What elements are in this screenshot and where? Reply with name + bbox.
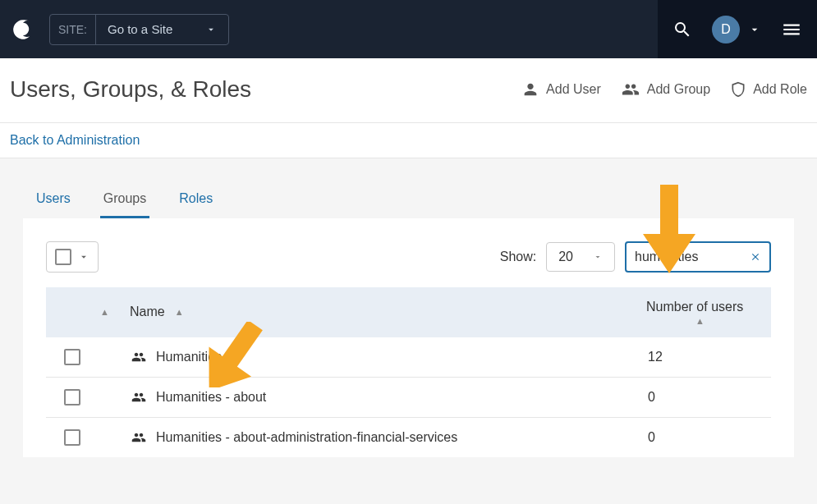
show-label: Show:: [500, 250, 536, 264]
row-checkbox[interactable]: [64, 429, 80, 446]
group-icon: [621, 80, 640, 99]
tab-users[interactable]: Users: [33, 181, 74, 218]
controls-right: Show: 20: [500, 241, 771, 273]
group-icon: [130, 430, 148, 445]
show-value: 20: [558, 250, 573, 264]
tab-groups[interactable]: Groups: [100, 181, 149, 218]
topbar: SITE: Go to a Site D: [0, 0, 817, 58]
row-check: [64, 429, 100, 446]
user-menu[interactable]: D: [712, 16, 761, 44]
table-row[interactable]: Humanities - about 0: [46, 378, 771, 418]
search-box[interactable]: [625, 241, 771, 273]
caret-down-icon: [593, 252, 603, 262]
row-name: Humanities: [130, 350, 646, 364]
clear-search-button[interactable]: [750, 251, 761, 263]
topbar-left: SITE: Go to a Site: [10, 14, 229, 45]
add-user-button[interactable]: Add User: [521, 80, 601, 99]
tab-roles[interactable]: Roles: [176, 181, 216, 218]
row-users: 12: [646, 350, 753, 364]
row-name-text: Humanities - about: [156, 390, 266, 405]
col-users-label: Number of users: [646, 299, 753, 316]
table-row[interactable]: Humanities 12: [46, 337, 771, 378]
add-role-button[interactable]: Add Role: [730, 80, 807, 99]
add-group-button[interactable]: Add Group: [621, 80, 710, 99]
site-dropdown[interactable]: Go to a Site: [96, 15, 228, 44]
tabs: Users Groups Roles: [23, 181, 794, 218]
chevron-down-icon: [205, 24, 217, 35]
add-group-label: Add Group: [647, 82, 710, 97]
row-name-text: Humanities: [156, 350, 222, 364]
close-icon: [750, 251, 761, 263]
row-check: [64, 389, 100, 405]
show-select[interactable]: 20: [546, 242, 615, 272]
row-name: Humanities - about-administration-financ…: [130, 430, 646, 445]
row-name-text: Humanities - about-administration-financ…: [156, 430, 457, 445]
row-check: [64, 349, 100, 365]
shield-icon: [730, 80, 746, 99]
col-name-header[interactable]: Name ▲: [130, 305, 646, 319]
search-input[interactable]: [635, 250, 743, 264]
breadcrumb: Back to Administration: [0, 123, 817, 158]
panel: Show: 20 ▲ Name ▲: [23, 218, 794, 457]
site-label: SITE:: [50, 15, 96, 44]
app-logo[interactable]: [10, 16, 36, 43]
site-dropdown-text: Go to a Site: [108, 22, 172, 36]
site-selector[interactable]: SITE: Go to a Site: [49, 14, 229, 45]
row-checkbox[interactable]: [64, 349, 80, 365]
person-icon: [521, 80, 539, 99]
row-users: 0: [646, 430, 753, 445]
group-icon: [130, 390, 148, 405]
select-all-checkbox[interactable]: [55, 249, 71, 265]
back-link[interactable]: Back to Administration: [10, 133, 140, 147]
page-title: Users, Groups, & Roles: [10, 76, 251, 103]
add-user-label: Add User: [546, 82, 601, 97]
col-sort-indicator[interactable]: ▲: [100, 307, 130, 317]
topbar-right: D: [658, 0, 817, 58]
panel-controls: Show: 20: [46, 241, 771, 273]
row-users: 0: [646, 390, 753, 405]
sort-up-icon: ▲: [175, 307, 184, 317]
chevron-down-icon: [78, 251, 90, 263]
table-row[interactable]: Humanities - about-administration-financ…: [46, 418, 771, 457]
chevron-down-icon: [748, 23, 761, 36]
search-button[interactable]: [672, 20, 692, 39]
header-actions: Add User Add Group Add Role: [521, 80, 807, 99]
hamburger-icon: [781, 19, 802, 40]
page-header: Users, Groups, & Roles Add User Add Grou…: [0, 58, 817, 123]
row-name: Humanities - about: [130, 390, 646, 405]
col-name-label: Name: [130, 305, 165, 319]
col-users-header[interactable]: Number of users ▲: [646, 299, 753, 326]
menu-button[interactable]: [781, 19, 802, 40]
group-icon: [130, 350, 148, 364]
search-icon: [672, 20, 692, 39]
sort-up-icon: ▲: [100, 307, 109, 317]
select-all-button[interactable]: [46, 241, 99, 273]
avatar: D: [712, 16, 740, 44]
row-checkbox[interactable]: [64, 389, 80, 405]
table-header: ▲ Name ▲ Number of users ▲: [46, 287, 771, 337]
content: Users Groups Roles Show: 20: [0, 158, 817, 457]
add-role-label: Add Role: [753, 82, 807, 97]
sort-up-icon: ▲: [695, 316, 705, 326]
